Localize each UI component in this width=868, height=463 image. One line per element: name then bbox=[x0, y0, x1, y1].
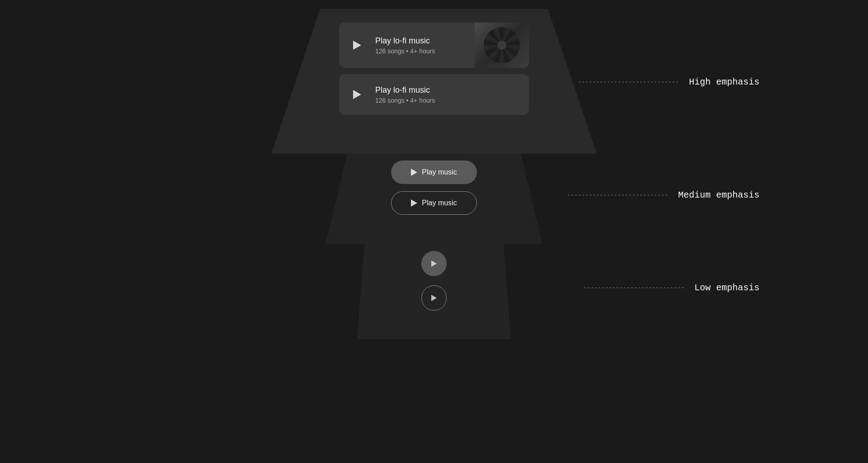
dotted-line-low bbox=[584, 288, 684, 288]
card-title-1: Play lo-fi music bbox=[375, 36, 475, 46]
medium-play-icon-outlined bbox=[411, 199, 417, 207]
play-icon-high-2 bbox=[346, 84, 368, 105]
low-emphasis-label: Low emphasis bbox=[584, 283, 760, 293]
medium-button-filled[interactable]: Play music bbox=[391, 161, 477, 184]
medium-button-filled-label: Play music bbox=[422, 168, 457, 176]
card-subtitle-2: 126 songs • 4+ hours bbox=[375, 97, 529, 104]
medium-emphasis-text: Medium emphasis bbox=[678, 190, 760, 200]
btns-container-medium: Play music Play music bbox=[391, 161, 477, 215]
dotted-line-medium bbox=[568, 195, 667, 195]
high-card-no-image[interactable]: Play lo-fi music 126 songs • 4+ hours bbox=[339, 74, 529, 115]
medium-button-outlined-label: Play music bbox=[422, 199, 457, 207]
high-emphasis-label: High emphasis bbox=[579, 77, 760, 87]
btns-container-low bbox=[421, 251, 447, 311]
card-text-1: Play lo-fi music 126 songs • 4+ hours bbox=[375, 36, 475, 55]
play-triangle-xs-2 bbox=[431, 295, 437, 301]
low-button-outlined[interactable] bbox=[421, 285, 447, 311]
card-title-2: Play lo-fi music bbox=[375, 85, 529, 95]
play-triangle-xs-1 bbox=[431, 260, 437, 267]
play-triangle-icon bbox=[353, 41, 361, 50]
medium-play-icon-filled bbox=[411, 169, 417, 176]
dotted-line-high bbox=[579, 82, 678, 82]
main-container: Play lo-fi music 126 songs • 4+ hours Pl… bbox=[0, 0, 868, 463]
play-triangle-sm-1 bbox=[411, 169, 417, 176]
play-triangle-sm-2 bbox=[411, 199, 417, 207]
cards-container-high: Play lo-fi music 126 songs • 4+ hours Pl… bbox=[339, 23, 529, 115]
high-card-with-image[interactable]: Play lo-fi music 126 songs • 4+ hours bbox=[339, 23, 529, 68]
card-text-2: Play lo-fi music 126 songs • 4+ hours bbox=[375, 85, 529, 104]
high-emphasis-text: High emphasis bbox=[689, 77, 760, 87]
card-image bbox=[475, 23, 529, 68]
medium-button-outlined[interactable]: Play music bbox=[391, 191, 477, 215]
play-triangle-icon-2 bbox=[353, 90, 361, 99]
card-subtitle-1: 126 songs • 4+ hours bbox=[375, 47, 475, 55]
play-icon-high-1 bbox=[346, 34, 368, 56]
medium-emphasis-label: Medium emphasis bbox=[568, 190, 760, 200]
low-button-filled[interactable] bbox=[421, 251, 447, 276]
vinyl-icon bbox=[484, 27, 520, 63]
low-emphasis-text: Low emphasis bbox=[694, 283, 760, 293]
